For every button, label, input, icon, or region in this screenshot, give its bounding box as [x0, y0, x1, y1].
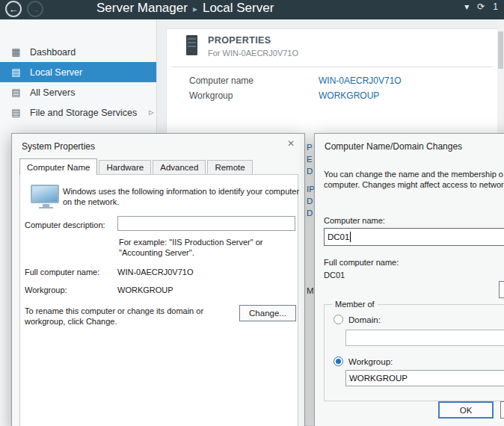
dialog-title: Computer Name/Domain Changes: [325, 141, 462, 152]
full-computer-name-value: DC01: [324, 271, 345, 280]
domain-changes-dialog: Computer Name/Domain Changes You can cha…: [314, 133, 504, 426]
workgroup-input[interactable]: [345, 370, 504, 386]
description-example-line1: For example: "IIS Production Server" or: [119, 238, 262, 247]
forward-arrow-icon: →: [31, 4, 40, 15]
system-properties-dialog: System Properties ✕ Computer Name Hardwa…: [11, 133, 305, 426]
domain-input[interactable]: [345, 330, 504, 346]
properties-title: PROPERTIES: [208, 35, 298, 46]
full-computer-name-label: Full computer name:: [25, 268, 99, 277]
computer-name-input[interactable]: DC01: [324, 228, 504, 246]
back-arrow-icon: ←: [9, 4, 19, 15]
intro-text-line1: Windows uses the following information t…: [63, 187, 299, 196]
tab-remote[interactable]: Remote: [207, 160, 252, 175]
radio-unselected-icon: [334, 315, 343, 324]
properties-subtitle: For WIN-0AECRJ0V71O: [208, 49, 298, 58]
tab-advanced[interactable]: Advanced: [153, 160, 206, 175]
covered-value-fragment: P: [307, 143, 313, 152]
computer-description-input[interactable]: [117, 216, 295, 231]
description-example-line2: "Accounting Server".: [119, 248, 194, 257]
sidebar-item-label: Local Server: [30, 67, 82, 78]
breadcrumb-separator-icon: ▸: [188, 4, 203, 14]
member-of-label: Member of: [332, 300, 378, 309]
divider: [171, 67, 493, 67]
refresh-icon[interactable]: ⟳: [477, 1, 485, 12]
rename-hint-line2: workgroup, click Change.: [25, 317, 117, 326]
storage-icon: ▤: [10, 107, 22, 118]
breadcrumb: Server Manager▸Local Server: [96, 1, 274, 16]
full-computer-name-value: WIN-0AECRJ0V71O: [117, 268, 193, 277]
ok-button[interactable]: OK: [438, 401, 494, 419]
topbar-actions: ▾ ⟳ 1: [464, 1, 498, 12]
servers-icon: ▤: [10, 87, 22, 98]
computer-name-label: Computer name:: [324, 216, 385, 225]
server-manager-window: ← → Server Manager▸Local Server ▾ ⟳ 1 ▦ …: [0, 0, 504, 426]
sidebar-item-all-servers[interactable]: ▤ All Servers: [0, 82, 156, 102]
notification-count[interactable]: 1: [493, 1, 498, 12]
member-of-groupbox: Member of Domain: Workgroup:: [324, 304, 504, 401]
tab-computer-name[interactable]: Computer Name: [19, 158, 97, 175]
workgroup-radio-label: Workgroup:: [348, 357, 393, 366]
page-title: Local Server: [203, 1, 274, 15]
computer-name-label: Computer name: [189, 75, 253, 86]
cancel-button[interactable]: [500, 401, 504, 419]
dialog-body-line2: computer. Changes might affect access to…: [324, 180, 504, 189]
computer-description-label: Computer description:: [25, 220, 105, 229]
workgroup-label: Workgroup: [189, 90, 233, 101]
workgroup-label: Workgroup:: [25, 285, 67, 294]
chevron-right-icon: ▷: [149, 109, 153, 116]
tab-hardware[interactable]: Hardware: [99, 160, 151, 175]
scrollbar-thumb[interactable]: [498, 31, 503, 69]
workgroup-radio[interactable]: Workgroup:: [334, 356, 393, 366]
radio-selected-icon: [334, 356, 343, 366]
chevron-down-icon[interactable]: ▾: [464, 1, 469, 12]
dashboard-icon: ▦: [10, 46, 22, 58]
properties-header: PROPERTIES For WIN-0AECRJ0V71O: [186, 35, 298, 58]
sidebar-item-label: File and Storage Services: [30, 108, 137, 118]
rename-hint-line1: To rename this computer or change its do…: [25, 306, 203, 315]
change-button[interactable]: Change...: [239, 305, 296, 321]
covered-value-fragment: E: [307, 155, 313, 164]
covered-value-fragment: D: [307, 209, 313, 217]
dialog-body-line1: You can change the name and the membersh…: [324, 170, 503, 179]
covered-value-fragment: M: [307, 286, 314, 295]
sidebar-item-label: Dashboard: [30, 47, 76, 58]
dialog-title: System Properties: [22, 141, 95, 152]
topbar: ← → Server Manager▸Local Server ▾ ⟳ 1: [0, 0, 504, 19]
intro-text-line2: on the network.: [63, 197, 119, 206]
back-button[interactable]: ←: [5, 1, 22, 17]
computer-name-input-value: DC01: [328, 232, 349, 241]
sidebar-item-file-storage-services[interactable]: ▤ File and Storage Services ▷: [0, 102, 156, 123]
sidebar-item-label: All Servers: [30, 87, 75, 98]
sidebar-item-dashboard[interactable]: ▦ Dashboard: [0, 42, 156, 62]
domain-radio-label: Domain:: [348, 315, 381, 324]
server-icon: ▤: [10, 67, 22, 78]
computer-name-tabpage: Windows uses the following information t…: [19, 174, 298, 426]
full-computer-name-label: Full computer name:: [324, 258, 399, 267]
sidebar-item-local-server[interactable]: ▤ Local Server: [0, 62, 156, 82]
computer-monitor-icon: [31, 185, 61, 212]
text-caret: [350, 232, 351, 242]
covered-value-fragment: D: [307, 197, 313, 206]
forward-button[interactable]: →: [27, 1, 43, 17]
workgroup-link[interactable]: WORKGROUP: [319, 90, 379, 101]
more-button[interactable]: [499, 281, 504, 298]
computer-name-link[interactable]: WIN-0AECRJ0V71O: [319, 75, 402, 86]
covered-value-fragment: D: [307, 167, 313, 176]
server-tile-icon: [186, 35, 197, 55]
close-icon[interactable]: ✕: [283, 138, 298, 152]
workgroup-value: WORKGROUP: [117, 285, 173, 294]
tab-strip: Computer Name Hardware Advanced Remote: [19, 158, 297, 175]
domain-radio[interactable]: Domain:: [334, 315, 381, 324]
app-title: Server Manager: [96, 1, 188, 15]
